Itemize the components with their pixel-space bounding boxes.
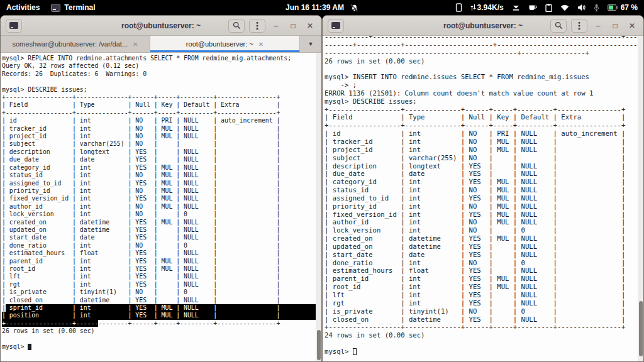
battery-indicator: 67 % <box>608 3 638 12</box>
minimize-button[interactable]: – <box>270 19 282 32</box>
search-button[interactable] <box>550 19 567 33</box>
terminal-screen-left[interactable]: mysql> REPLACE INTO redmine.attachments … <box>1 53 321 361</box>
search-button[interactable] <box>228 19 245 33</box>
wifi-icon <box>560 4 569 11</box>
clipboard-icon <box>545 4 552 12</box>
tab-close-icon[interactable]: ✕ <box>133 41 138 48</box>
minimize-button[interactable]: – <box>592 19 604 32</box>
focused-app-menu[interactable]: Terminal <box>51 3 95 12</box>
kebab-menu-icon <box>256 21 258 30</box>
new-terminal-icon <box>9 22 18 29</box>
menu-button[interactable] <box>249 19 265 33</box>
focused-app-name: Terminal <box>64 3 95 12</box>
terminal-window-left: root@ubuntuserver: ~ – □ ✕ someshwar@ubu… <box>0 15 322 362</box>
phone-icon <box>455 3 462 12</box>
search-icon <box>233 21 241 30</box>
search-icon <box>555 21 563 30</box>
maximize-button[interactable]: □ <box>287 19 299 32</box>
tab-list-dropdown[interactable]: ▼ <box>300 36 321 52</box>
microphone-icon <box>594 4 599 12</box>
titlebar-left[interactable]: root@ubuntuserver: ~ – □ ✕ <box>1 16 321 36</box>
battery-icon <box>608 4 618 11</box>
new-tab-button[interactable] <box>6 19 22 33</box>
system-status-area[interactable]: 3.94K/s 67 % <box>455 3 644 12</box>
clock-menu[interactable]: Jun 16 11:39 AM <box>286 3 358 12</box>
window-title-left: root@ubuntuserver: ~ <box>121 21 201 30</box>
battery-percent-label: 67 % <box>621 3 638 12</box>
kebab-menu-icon <box>578 21 580 30</box>
scrollbar-thumb[interactable] <box>639 301 643 356</box>
maximize-button[interactable]: □ <box>609 19 621 32</box>
terminal-app-icon <box>51 4 60 12</box>
volume-icon <box>577 4 586 11</box>
scrollbar-left[interactable] <box>316 53 321 361</box>
eject-tray-icon <box>512 4 520 11</box>
updown-arrows-icon <box>470 4 476 11</box>
close-button[interactable]: ✕ <box>304 19 316 32</box>
menu-button[interactable] <box>571 19 587 33</box>
new-terminal-icon <box>331 22 340 29</box>
tab-someshwar-session[interactable]: someshwar@ubuntuserver: /var/dat... ✕ <box>1 36 150 52</box>
terminal-cursor <box>28 344 31 350</box>
terminal-output-right: -----------+----------------------------… <box>323 36 643 356</box>
tab-root-session[interactable]: root@ubuntuserver: ~ ✕ <box>150 36 300 52</box>
terminal-output-left: mysql> REPLACE INTO redmine.attachments … <box>1 53 321 351</box>
tab-label: someshwar@ubuntuserver: /var/dat... <box>13 40 128 48</box>
clock-label: Jun 16 11:39 AM <box>286 3 344 12</box>
close-button[interactable]: ✕ <box>626 19 638 32</box>
gnome-top-bar: Activities Terminal Jun 16 11:39 AM 3.94… <box>0 0 644 15</box>
tab-label: root@ubuntuserver: ~ <box>186 40 253 48</box>
scrollbar-thumb[interactable] <box>317 330 321 360</box>
notifications-off-icon <box>350 4 358 12</box>
titlebar-right[interactable]: root@ubuntuserver: ~ – □ ✕ <box>323 16 643 36</box>
coffee-cup-icon <box>528 4 537 11</box>
tab-close-icon[interactable]: ✕ <box>258 41 264 48</box>
tab-bar: someshwar@ubuntuserver: /var/dat... ✕ ro… <box>1 36 321 53</box>
terminal-window-right: root@ubuntuserver: ~ – □ ✕ -----------+-… <box>322 15 644 362</box>
terminal-cursor <box>353 348 357 355</box>
terminal-screen-right[interactable]: -----------+----------------------------… <box>323 36 643 361</box>
net-speed-label: 3.94K/s <box>477 3 504 12</box>
activities-button[interactable]: Activities <box>6 3 40 12</box>
window-title-right: root@ubuntuserver: ~ <box>443 21 523 30</box>
scrollbar-right[interactable] <box>638 36 643 361</box>
new-tab-button[interactable] <box>328 19 344 33</box>
